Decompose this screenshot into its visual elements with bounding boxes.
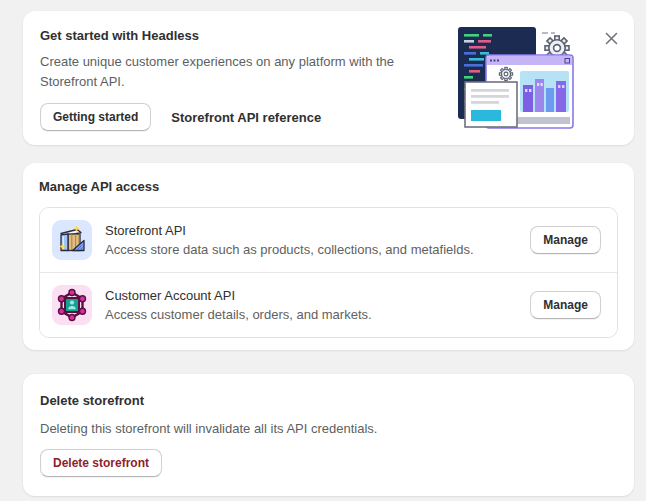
api-list: Storefront API Access store data such as… bbox=[39, 207, 618, 338]
manage-api-access-card: Manage API access bbox=[23, 163, 634, 350]
storefront-api-title: Storefront API bbox=[105, 222, 517, 239]
small-gear-icon bbox=[499, 67, 512, 80]
get-started-card: Get started with Headless Create unique … bbox=[23, 11, 634, 145]
customer-account-api-text: Customer Account API Access customer det… bbox=[105, 287, 517, 323]
storefront-api-icon bbox=[52, 220, 92, 260]
cityscape-graphic bbox=[520, 71, 569, 112]
headless-illustration bbox=[456, 25, 578, 133]
close-icon[interactable] bbox=[602, 29, 620, 47]
storefront-api-text: Storefront API Access store data such as… bbox=[105, 222, 517, 258]
manage-storefront-api-button[interactable]: Manage bbox=[530, 226, 601, 254]
storefront-api-reference-link[interactable]: Storefront API reference bbox=[171, 110, 321, 125]
storefront-api-row: Storefront API Access store data such as… bbox=[40, 208, 617, 272]
code-editor-browser-graphic bbox=[456, 25, 578, 133]
content-card-graphic bbox=[465, 82, 517, 127]
delete-storefront-button[interactable]: Delete storefront bbox=[40, 449, 162, 477]
customer-account-api-icon bbox=[52, 285, 92, 325]
customer-account-api-description: Access customer details, orders, and mar… bbox=[105, 307, 517, 323]
delete-storefront-description: Deleting this storefront will invalidate… bbox=[40, 421, 614, 437]
headless-settings-page: Get started with Headless Create unique … bbox=[0, 0, 646, 501]
manage-customer-account-api-button[interactable]: Manage bbox=[530, 291, 601, 319]
delete-storefront-heading: Delete storefront bbox=[40, 393, 614, 408]
customer-account-api-title: Customer Account API bbox=[105, 287, 517, 304]
get-started-description: Create unique customer experiences on an… bbox=[40, 52, 445, 92]
manage-api-access-heading: Manage API access bbox=[39, 179, 618, 194]
customer-account-api-row: Customer Account API Access customer det… bbox=[40, 272, 617, 337]
delete-storefront-card: Delete storefront Deleting this storefro… bbox=[23, 374, 634, 496]
getting-started-button[interactable]: Getting started bbox=[40, 103, 151, 131]
storefront-api-description: Access store data such as products, coll… bbox=[105, 242, 517, 258]
